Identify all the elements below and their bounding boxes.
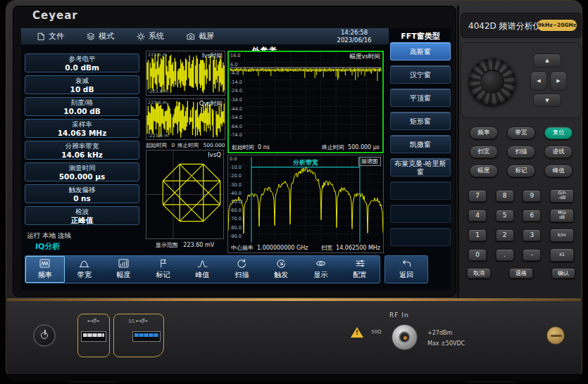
sidebar-param-1[interactable]: 参考电平0.0 dBm	[25, 53, 139, 72]
toolbar-item-频率[interactable]: 频率	[25, 256, 65, 283]
file-icon	[37, 32, 45, 41]
keypad-key-M/µ-dB[interactable]: M/µ dB	[550, 209, 574, 222]
panel-key-峰值[interactable]: 峰值	[544, 165, 573, 177]
panel-key-扫宽[interactable]: 扫宽	[470, 146, 498, 158]
arrow-right-button[interactable]: ▶	[550, 71, 567, 91]
toolbar-item-带宽[interactable]: 带宽	[65, 256, 104, 283]
keypad-key-4[interactable]: 4	[468, 210, 487, 222]
keypad-key-0[interactable]: 0	[468, 249, 487, 261]
softkey-column: 高斯窗汉宁窗平顶窗矩形窗凯撒窗布莱克曼-哈里斯窗	[390, 42, 451, 251]
trigger-icon	[276, 259, 287, 269]
toolbar-label: 峰值	[196, 270, 210, 280]
menu-item-1[interactable]: 文件	[37, 31, 64, 41]
spectrum-plot[interactable]: 0.0-10.0-20.0-30.0-40.0-50.0-60.0-70.0-8…	[227, 155, 384, 253]
i-scale-top: 223.6 m	[148, 52, 167, 58]
usb3-tongue	[135, 333, 158, 337]
panel-key-迹线[interactable]: 迹线	[544, 146, 573, 158]
sidebar-param-3[interactable]: 刻度/格10.00 dB	[25, 97, 139, 116]
sidebar-param-5[interactable]: 分辨率带宽14.06 kHz	[25, 141, 139, 160]
softkey-平顶窗[interactable]: 平顶窗	[390, 89, 451, 107]
sidebar-param-2[interactable]: 衰减10 dB	[25, 75, 139, 94]
arrow-down-button[interactable]: ▼	[533, 94, 561, 107]
keypad-key-退格[interactable]: 退格	[509, 268, 533, 279]
panel-key-扫描[interactable]: 扫描	[507, 146, 535, 158]
menu-item-2[interactable]: 模式	[87, 31, 114, 41]
softkey-empty-7[interactable]	[390, 181, 451, 200]
brand-logo: Ceyear	[32, 9, 78, 22]
keypad-key-6[interactable]: 6	[523, 210, 541, 222]
keypad-key-2[interactable]: 2	[496, 229, 514, 241]
toolbar-item-触发[interactable]: 触发	[261, 256, 301, 283]
keypad-key-确认[interactable]: 确认	[551, 268, 575, 279]
softkey-矩形窗[interactable]: 矩形窗	[390, 112, 451, 130]
panel-key-幅度[interactable]: 幅度	[470, 165, 498, 177]
panel-key-带宽[interactable]: 带宽	[507, 127, 535, 139]
back-button[interactable]: 返回	[384, 255, 428, 283]
parameter-sidebar: 参考电平0.0 dBm衰减10 dB刻度/格10.00 dB采样率14.063 …	[25, 53, 139, 228]
toolbar-item-配置[interactable]: 配置	[340, 256, 380, 283]
keypad-key-取消[interactable]: 取消	[467, 268, 491, 279]
softkey-empty-9[interactable]	[390, 228, 451, 246]
menu-item-label: 文件	[49, 31, 64, 41]
display-range-row: 显示范围 223.60 mV	[146, 241, 224, 249]
toolbar-item-峰值[interactable]: 峰值	[183, 256, 223, 283]
keypad-key-G/n--dB[interactable]: G/n -dB	[550, 189, 574, 203]
model-plate: 4042D 频谱分析仪 9kHz~20GHz	[461, 13, 582, 38]
amplitude-vs-time-plot[interactable]: 16.06.0-4.0-14.0-24.0-34.0-44.0-54.0-64.…	[227, 51, 384, 153]
rotary-knob[interactable]	[469, 58, 515, 105]
keypad-key-.[interactable]: .	[496, 249, 514, 261]
bottom-shadow	[7, 374, 581, 381]
toolbar-item-标记[interactable]: 标记	[144, 256, 183, 283]
softkey-凯撒窗[interactable]: 凯撒窗	[390, 135, 451, 153]
keypad-key-X1[interactable]: X1	[550, 248, 574, 262]
start-time-label: 起始时间	[146, 142, 167, 148]
span-label: 扫宽	[321, 245, 332, 251]
connector-pin	[404, 336, 407, 340]
sidebar-param-7[interactable]: 触发偏移0 ns	[25, 184, 139, 203]
keypad-key-8[interactable]: 8	[496, 190, 514, 202]
max-power-label: +27dBm	[427, 328, 465, 338]
i-plot-title: Ivs时间	[202, 52, 223, 60]
keypad-key--[interactable]: -	[523, 249, 541, 261]
q-plot-title: Qvs时间	[199, 100, 223, 108]
softkey-布莱克曼-哈里斯窗[interactable]: 布莱克曼-哈里斯窗	[390, 158, 451, 177]
toolbar-item-幅度[interactable]: 幅度	[104, 256, 144, 283]
i-vs-time-plot[interactable]: 223.6 m -223.6 m Ivs时间	[146, 51, 225, 96]
keypad-key-3[interactable]: 3	[523, 229, 541, 241]
sidebar-param-6[interactable]: 测量时间500.000 μs	[25, 162, 139, 181]
power-button[interactable]	[33, 324, 56, 347]
softkey-汉宁窗[interactable]: 汉宁窗	[390, 65, 451, 84]
keypad-key-5[interactable]: 5	[496, 210, 514, 222]
keypad-key-k/m[interactable]: k/m	[550, 229, 574, 242]
toolbar-item-扫描[interactable]: 扫描	[222, 256, 261, 283]
center-freq-value: 1.000000000 GHz	[257, 245, 308, 251]
toolbar-item-显示[interactable]: 显示	[301, 256, 340, 283]
softkey-menu-title: FFT窗类型	[390, 31, 451, 41]
arrow-up-button[interactable]: ▲	[533, 53, 561, 68]
constellation-plot[interactable]: IvsQ	[146, 150, 224, 239]
panel-key-频率[interactable]: 频率	[470, 127, 498, 139]
param-label: 衰减	[25, 76, 139, 85]
peak-icon	[197, 259, 208, 269]
arrow-left-button[interactable]: ◀	[530, 71, 547, 91]
mode-label: IQ分析	[35, 241, 60, 252]
softkey-高斯窗[interactable]: 高斯窗	[390, 42, 451, 60]
keypad-key-7[interactable]: 7	[468, 190, 487, 202]
q-vs-time-plot[interactable]: 223.6 m -223.6 m Qvs时间	[146, 98, 225, 140]
sidebar-param-8[interactable]: 检波正峰值	[25, 206, 139, 225]
panel-key-复位[interactable]: 复位	[544, 127, 573, 139]
softkey-empty-8[interactable]	[390, 205, 451, 223]
keypad-key-9[interactable]: 9	[523, 190, 541, 202]
amp-stop-label: 终止时间	[322, 144, 344, 151]
constellation-title: IvsQ	[208, 151, 221, 158]
menu-item-4[interactable]: 截屏	[187, 31, 214, 41]
run-status: 运行 本地 连续	[27, 231, 139, 241]
numeric-keypad: 789G/n -dB456M/µ dB123k/m0.-X1	[461, 184, 582, 266]
keypad-key-1[interactable]: 1	[468, 229, 487, 241]
amp-start-value: 0 ns	[258, 144, 270, 151]
amp-start-label: 起始时间	[232, 144, 254, 151]
panel-key-标记[interactable]: 标记	[507, 165, 535, 177]
sidebar-param-4[interactable]: 采样率14.063 MHz	[25, 119, 139, 138]
menu-item-label: 截屏	[199, 31, 214, 41]
menu-item-3[interactable]: 系统	[137, 31, 164, 41]
